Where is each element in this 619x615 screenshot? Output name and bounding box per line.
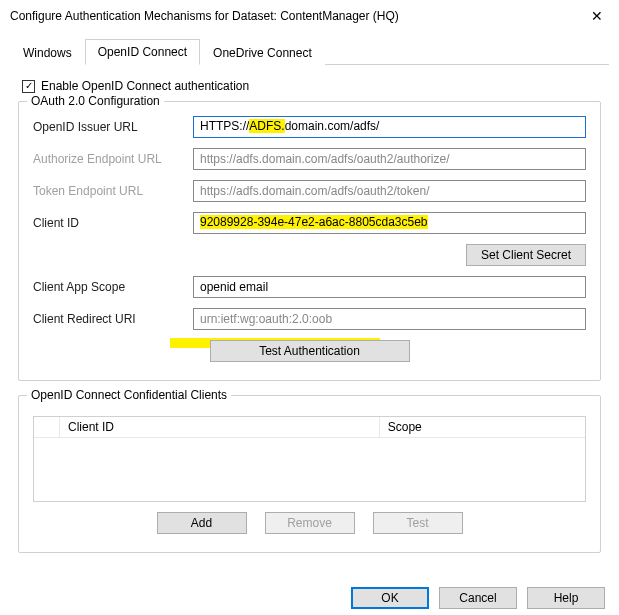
issuer-url-label: OpenID Issuer URL bbox=[33, 120, 193, 134]
test-button: Test bbox=[373, 512, 463, 534]
client-id-input[interactable] bbox=[193, 212, 586, 234]
confidential-clients-fieldset: OpenID Connect Confidential Clients Clie… bbox=[18, 395, 601, 553]
dialog-footer: OK Cancel Help bbox=[0, 577, 619, 615]
confidential-table[interactable]: Client ID Scope bbox=[33, 416, 586, 502]
set-client-secret-button[interactable]: Set Client Secret bbox=[466, 244, 586, 266]
cancel-button[interactable]: Cancel bbox=[439, 587, 517, 609]
authorize-url-label: Authorize Endpoint URL bbox=[33, 152, 193, 166]
enable-openid-checkbox[interactable]: ✓ Enable OpenID Connect authentication bbox=[22, 79, 601, 93]
table-col-spacer bbox=[34, 417, 60, 437]
token-url-input[interactable] bbox=[193, 180, 586, 202]
authorize-url-input[interactable] bbox=[193, 148, 586, 170]
client-id-label: Client ID bbox=[33, 216, 193, 230]
tabs: Windows OpenID Connect OneDrive Connect bbox=[10, 38, 609, 65]
table-col-clientid[interactable]: Client ID bbox=[60, 417, 380, 437]
add-button[interactable]: Add bbox=[157, 512, 247, 534]
ok-button[interactable]: OK bbox=[351, 587, 429, 609]
test-authentication-button[interactable]: Test Authentication bbox=[210, 340, 410, 362]
table-col-scope[interactable]: Scope bbox=[380, 417, 585, 437]
confidential-legend: OpenID Connect Confidential Clients bbox=[27, 388, 231, 402]
tab-onedrive-connect[interactable]: OneDrive Connect bbox=[200, 40, 325, 65]
openid-panel: ✓ Enable OpenID Connect authentication O… bbox=[0, 65, 619, 577]
tab-windows[interactable]: Windows bbox=[10, 40, 85, 65]
token-url-label: Token Endpoint URL bbox=[33, 184, 193, 198]
remove-button: Remove bbox=[265, 512, 355, 534]
redirect-uri-label: Client Redirect URI bbox=[33, 312, 193, 326]
titlebar: Configure Authentication Mechanisms for … bbox=[0, 0, 619, 28]
close-icon[interactable]: ✕ bbox=[585, 8, 609, 24]
client-scope-input[interactable] bbox=[193, 276, 586, 298]
checkbox-icon: ✓ bbox=[22, 80, 35, 93]
window-title: Configure Authentication Mechanisms for … bbox=[10, 9, 399, 23]
oauth-legend: OAuth 2.0 Configuration bbox=[27, 94, 164, 108]
tab-openid-connect[interactable]: OpenID Connect bbox=[85, 39, 200, 65]
table-header: Client ID Scope bbox=[34, 417, 585, 438]
enable-openid-label: Enable OpenID Connect authentication bbox=[41, 79, 249, 93]
redirect-uri-input[interactable] bbox=[193, 308, 586, 330]
client-scope-label: Client App Scope bbox=[33, 280, 193, 294]
help-button[interactable]: Help bbox=[527, 587, 605, 609]
issuer-url-input[interactable] bbox=[193, 116, 586, 138]
oauth-config-fieldset: OAuth 2.0 Configuration OpenID Issuer UR… bbox=[18, 101, 601, 381]
